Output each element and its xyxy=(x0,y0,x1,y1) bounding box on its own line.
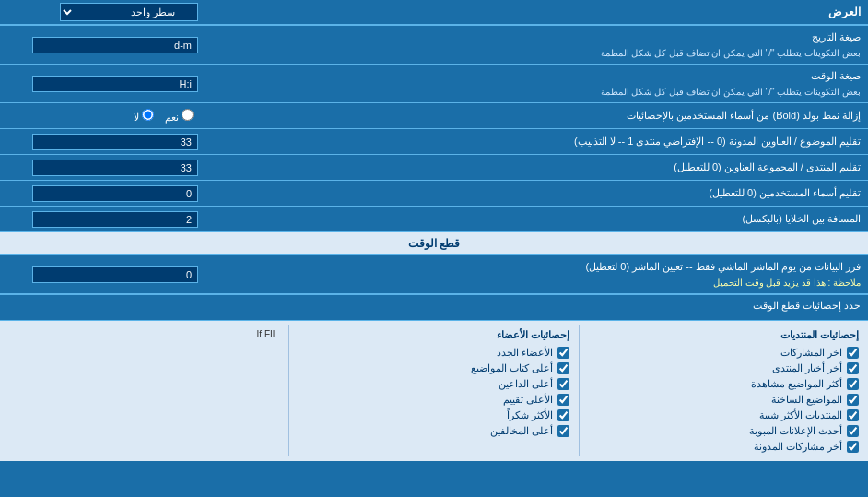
cutoff-input-wrap xyxy=(0,264,203,286)
checkbox-item: اخر المشاركات xyxy=(589,345,859,361)
bold-remove-radio-wrap: نعم لا xyxy=(0,104,203,128)
checkboxes-container: إحصائيات المنتديات اخر المشاركات أخر أخب… xyxy=(0,321,868,461)
cutoff-input[interactable] xyxy=(32,266,198,283)
header-row: العرض سطر واحد xyxy=(0,0,868,26)
bold-remove-label: إزالة نمط بولد (Bold) من أسماء المستخدمي… xyxy=(203,104,868,127)
date-format-input[interactable] xyxy=(32,37,198,53)
username-trim-input-wrap xyxy=(0,183,203,205)
checkbox-new-members[interactable] xyxy=(557,347,569,359)
radio-no-label: لا xyxy=(134,109,154,124)
forum-stats-header: إحصائيات المنتديات xyxy=(589,327,859,345)
header-select-wrap: سطر واحد xyxy=(0,0,203,24)
checkbox-top-authors[interactable] xyxy=(557,362,569,374)
cutoff-label: فرز البيانات من يوم الماشر الماشي فقط --… xyxy=(203,255,868,293)
forum-topics-input-wrap xyxy=(0,131,203,153)
forum-group-input[interactable] xyxy=(32,160,198,176)
forum-group-label: تقليم المنتدى / المجموعة العناوين (0 للت… xyxy=(203,156,868,179)
checkbox-item: المواضيع الساخنة xyxy=(589,392,859,408)
bottom-section: حدد إحصائيات قطع الوقت إحصائيات المنتديا… xyxy=(0,294,868,461)
date-format-row: صيغة التاريخ بعض التكوينات يتطلب "/" الت… xyxy=(0,26,868,65)
checkbox-item: أعلى المخالفين xyxy=(299,423,569,439)
time-format-row: صيغة الوقت بعض التكوينات يتطلب "/" التي … xyxy=(0,65,868,103)
checkbox-item: أخر أخبار المنتدى xyxy=(589,361,859,376)
checkbox-item: الأعلى تقييم xyxy=(299,392,569,408)
checkbox-forum-news[interactable] xyxy=(847,362,859,374)
bold-remove-row: إزالة نمط بولد (Bold) من أسماء المستخدمي… xyxy=(0,103,868,129)
stats-header-row: حدد إحصائيات قطع الوقت xyxy=(0,295,868,321)
checkbox-item: أخر مشاركات المدونة xyxy=(589,439,859,455)
radio-group: نعم لا xyxy=(129,107,198,125)
cell-spacing-label: المسافة بين الخلايا (بالبكسل) xyxy=(203,207,868,231)
cutoff-main-label: فرز البيانات من يوم الماشر الماشي فقط --… xyxy=(586,261,861,272)
time-format-label: صيغة الوقت بعض التكوينات يتطلب "/" التي … xyxy=(203,65,868,102)
cutoff-row: فرز البيانات من يوم الماشر الماشي فقط --… xyxy=(0,255,868,294)
checkbox-item: الأكثر شكراً xyxy=(299,408,569,423)
forum-topics-input[interactable] xyxy=(32,134,198,150)
checkbox-most-thanks[interactable] xyxy=(557,409,569,421)
checkbox-blog-posts[interactable] xyxy=(847,441,859,453)
forum-topics-row: تقليم الموضوع / العناوين المدونة (0 -- ا… xyxy=(0,129,868,155)
checkbox-top-violators[interactable] xyxy=(557,425,569,437)
checkbox-top-inviters[interactable] xyxy=(557,378,569,390)
checkbox-latest-posts[interactable] xyxy=(847,347,859,359)
time-format-title: صيغة الوقت xyxy=(811,70,861,81)
checkbox-item: المنتديات الأكثر شبية xyxy=(589,408,859,423)
time-format-input-wrap xyxy=(0,73,203,95)
checkbox-most-viewed[interactable] xyxy=(847,378,859,390)
checkbox-item: أعلى الداعين xyxy=(299,376,569,392)
time-format-sublabel: بعض التكوينات يتطلب "/" التي يمكن ان تضا… xyxy=(601,87,861,97)
cell-spacing-input-wrap xyxy=(0,208,203,231)
cutoff-note: ملاحظة : هذا قد يزيد قبل وقت التحميل xyxy=(713,278,861,288)
username-trim-label: تقليم أسماء المستخدمين (0 للتعطيل) xyxy=(203,182,868,205)
date-format-sublabel: بعض التكوينات يتطلب "/" التي يمكن ان تضا… xyxy=(601,48,861,58)
empty-col: If FIL xyxy=(0,325,288,456)
checkbox-item: الأعضاء الجدد xyxy=(299,345,569,361)
checkbox-latest-classifieds[interactable] xyxy=(847,425,859,437)
cell-spacing-input[interactable] xyxy=(32,211,198,228)
footer-note: If FIL xyxy=(9,327,279,341)
checkbox-item: أحدث الإعلانات المبوبة xyxy=(589,423,859,439)
checkbox-top-rated[interactable] xyxy=(557,394,569,406)
cell-spacing-row: المسافة بين الخلايا (بالبكسل) xyxy=(0,207,868,232)
username-trim-row: تقليم أسماء المستخدمين (0 للتعطيل) xyxy=(0,181,868,207)
checkbox-hot-topics[interactable] xyxy=(847,394,859,406)
date-format-input-wrap xyxy=(0,34,203,56)
forum-topics-label: تقليم الموضوع / العناوين المدونة (0 -- ا… xyxy=(203,130,868,153)
display-select[interactable]: سطر واحد xyxy=(60,3,198,21)
forum-group-input-wrap xyxy=(0,157,203,179)
checkbox-item: أعلى كتاب المواضيع xyxy=(299,361,569,376)
time-format-input[interactable] xyxy=(32,76,198,92)
member-stats-header: إحصائيات الأعضاء xyxy=(299,327,569,345)
username-trim-input[interactable] xyxy=(32,185,198,202)
checkbox-item: أكثر المواضيع مشاهدة xyxy=(589,376,859,392)
date-format-title: صيغة التاريخ xyxy=(812,31,861,42)
forum-stats-col: إحصائيات المنتديات اخر المشاركات أخر أخب… xyxy=(579,325,868,456)
forum-group-row: تقليم المنتدى / المجموعة العناوين (0 للت… xyxy=(0,155,868,181)
cutoff-section-title: قطع الوقت xyxy=(0,232,868,255)
radio-yes[interactable] xyxy=(182,109,194,121)
date-format-label: صيغة التاريخ بعض التكوينات يتطلب "/" الت… xyxy=(203,26,868,64)
stats-header-label: حدد إحصائيات قطع الوقت xyxy=(0,295,868,320)
radio-no[interactable] xyxy=(142,109,154,121)
radio-yes-label: نعم xyxy=(165,109,194,124)
main-container: العرض سطر واحد صيغة التاريخ بعض التكوينا… xyxy=(0,0,868,461)
header-label: العرض xyxy=(203,2,868,22)
checkbox-popular-forums[interactable] xyxy=(847,409,859,421)
member-stats-col: إحصائيات الأعضاء الأعضاء الجدد أعلى كتاب… xyxy=(288,325,578,456)
